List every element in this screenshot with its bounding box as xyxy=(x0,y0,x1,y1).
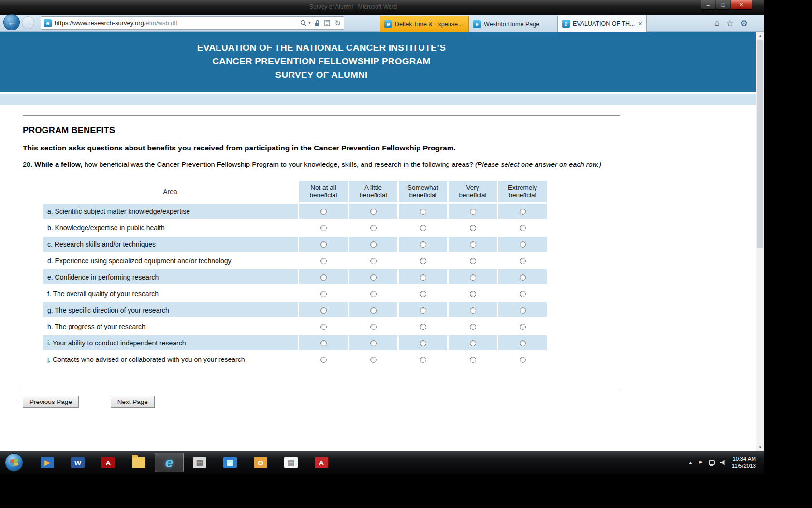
window-minimize-button[interactable]: – xyxy=(701,0,715,10)
radio-option[interactable] xyxy=(370,357,377,363)
taskbar-app-adobe-reader[interactable]: A xyxy=(94,453,123,472)
radio-option[interactable] xyxy=(320,225,327,231)
window-maximize-button[interactable]: □ xyxy=(716,0,730,10)
network-icon[interactable] xyxy=(709,460,715,465)
browser-tab[interactable]: eEVALUATION OF TH...× xyxy=(558,15,647,32)
radio-option[interactable] xyxy=(370,241,377,248)
search-dropdown-caret-icon[interactable]: ▾ xyxy=(308,21,310,25)
compatibility-view-icon[interactable] xyxy=(324,20,330,26)
url-text: https://www.research-survey.org/efm/wsb.… xyxy=(55,19,177,27)
scroll-up-icon[interactable]: ▲ xyxy=(756,32,764,40)
taskbar-app-media-player[interactable]: ▶ xyxy=(33,453,62,472)
radio-option[interactable] xyxy=(320,307,327,314)
radio-option[interactable] xyxy=(470,357,476,363)
radio-option[interactable] xyxy=(520,241,526,248)
radio-option[interactable] xyxy=(470,291,476,297)
radio-option[interactable] xyxy=(420,291,426,297)
radio-option[interactable] xyxy=(370,340,377,346)
radio-option[interactable] xyxy=(470,340,476,346)
forward-button[interactable]: → xyxy=(22,16,34,29)
radio-option[interactable] xyxy=(320,340,327,346)
radio-option[interactable] xyxy=(420,357,426,363)
radio-option[interactable] xyxy=(420,307,426,314)
tab-close-icon[interactable]: × xyxy=(638,20,642,28)
taskbar-app-acrobat[interactable]: A xyxy=(307,453,336,472)
window-close-button[interactable]: × xyxy=(731,0,752,10)
radio-option[interactable] xyxy=(370,209,377,215)
radio-cell xyxy=(498,269,547,284)
radio-option[interactable] xyxy=(420,225,426,231)
taskbar-app-journal[interactable]: ▤ xyxy=(185,453,214,472)
radio-option[interactable] xyxy=(420,258,426,264)
hidden-icons-icon[interactable]: ▲ xyxy=(688,460,693,465)
radio-option[interactable] xyxy=(420,324,426,330)
scrollbar-thumb[interactable] xyxy=(757,40,763,248)
previous-page-button[interactable]: Previous Page xyxy=(23,396,79,408)
radio-cell xyxy=(349,335,397,350)
back-button[interactable]: ← xyxy=(3,14,20,30)
radio-option[interactable] xyxy=(370,274,377,281)
radio-option[interactable] xyxy=(320,357,327,363)
radio-option[interactable] xyxy=(470,209,476,215)
radio-option[interactable] xyxy=(520,291,526,297)
radio-option[interactable] xyxy=(320,258,327,264)
next-page-button[interactable]: Next Page xyxy=(111,396,155,408)
taskbar-clock[interactable]: 10:34 AM 11/5/2013 xyxy=(732,455,756,470)
search-icon[interactable] xyxy=(300,20,307,27)
radio-option[interactable] xyxy=(470,307,476,314)
radio-cell xyxy=(399,220,447,235)
radio-option[interactable] xyxy=(370,291,377,297)
taskbar-app-remote-desktop[interactable]: ▣ xyxy=(216,453,245,472)
radio-cell xyxy=(349,269,397,284)
radio-option[interactable] xyxy=(470,274,476,281)
radio-option[interactable] xyxy=(320,291,327,297)
radio-option[interactable] xyxy=(420,209,426,215)
radio-option[interactable] xyxy=(470,258,476,264)
radio-option[interactable] xyxy=(520,209,526,215)
home-icon[interactable]: ⌂ xyxy=(714,18,719,29)
vertical-scrollbar[interactable]: ▲ ▼ xyxy=(756,32,764,451)
refresh-icon[interactable]: ↻ xyxy=(334,19,341,28)
taskbar-app-notepad[interactable]: ▤ xyxy=(276,453,305,472)
taskbar-app-outlook[interactable]: O xyxy=(246,453,275,472)
scroll-down-icon[interactable]: ▼ xyxy=(756,443,764,451)
radio-option[interactable] xyxy=(520,258,526,264)
radio-option[interactable] xyxy=(370,307,377,314)
radio-option[interactable] xyxy=(520,274,526,281)
favorites-star-icon[interactable]: ☆ xyxy=(726,18,734,29)
radio-option[interactable] xyxy=(320,324,327,330)
acrobat-icon: A xyxy=(315,457,328,468)
radio-option[interactable] xyxy=(520,357,526,363)
browser-tab[interactable]: eDeltek Time & Expense... xyxy=(380,16,469,32)
volume-icon[interactable] xyxy=(720,460,726,466)
radio-option[interactable] xyxy=(520,307,526,314)
radio-option[interactable] xyxy=(520,324,526,330)
browser-tab[interactable]: eWesInfo Home Page xyxy=(469,16,558,32)
radio-option[interactable] xyxy=(420,340,426,346)
radio-option[interactable] xyxy=(520,340,526,346)
address-bar[interactable]: e https://www.research-survey.org/efm/ws… xyxy=(41,16,344,30)
radio-option[interactable] xyxy=(420,241,426,248)
radio-option[interactable] xyxy=(370,324,377,330)
taskbar-app-word[interactable]: W xyxy=(63,453,92,472)
table-row: c. Research skills and/or techniques xyxy=(43,237,547,252)
radio-option[interactable] xyxy=(370,225,377,231)
taskbar-app-internet-explorer[interactable]: e xyxy=(155,453,184,472)
action-center-flag-icon[interactable]: ⚑ xyxy=(698,460,703,466)
radio-option[interactable] xyxy=(470,241,476,248)
radio-option[interactable] xyxy=(320,209,327,215)
browser-window: Survey of Alumni - Microsoft Word – □ × … xyxy=(0,0,764,474)
radio-option[interactable] xyxy=(320,274,327,281)
start-button[interactable] xyxy=(5,453,23,472)
taskbar-app-folder[interactable] xyxy=(124,453,153,472)
radio-option[interactable] xyxy=(320,241,327,248)
settings-gear-icon[interactable]: ⚙ xyxy=(740,18,748,29)
radio-option[interactable] xyxy=(370,258,377,264)
radio-cell xyxy=(399,319,447,334)
radio-option[interactable] xyxy=(470,324,476,330)
radio-cell xyxy=(399,253,447,268)
radio-option[interactable] xyxy=(520,225,526,231)
radio-option[interactable] xyxy=(470,225,476,231)
radio-option[interactable] xyxy=(420,274,426,281)
radio-cell xyxy=(498,319,547,334)
